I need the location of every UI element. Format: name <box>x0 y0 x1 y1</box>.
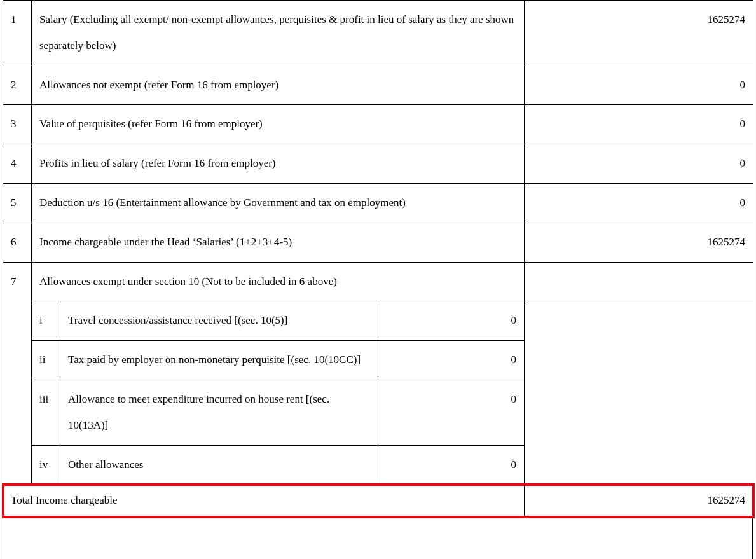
subrow-description: Tax paid by employer on non-monetary per… <box>60 341 378 380</box>
subrow-number: iii <box>32 380 60 445</box>
row-value: 0 <box>525 183 753 223</box>
row-description: Value of perquisites (refer Form 16 from… <box>32 105 525 144</box>
table-row: 1 Salary (Excluding all exempt/ non-exem… <box>3 1 753 66</box>
table-row: 6 Income chargeable under the Head ‘Sala… <box>3 223 753 262</box>
table-row: 2 Allowances not exempt (refer Form 16 f… <box>3 66 753 105</box>
subrow-value: 0 <box>378 445 525 485</box>
row-description: Allowances exempt under section 10 (Not … <box>32 262 525 301</box>
row-number: 3 <box>3 105 32 144</box>
total-label: Total Income chargeable <box>3 485 525 518</box>
blank-area <box>3 518 753 559</box>
row-number: 4 <box>3 144 32 184</box>
subrow-number: i <box>32 301 60 341</box>
row-description: Allowances not exempt (refer Form 16 fro… <box>32 66 525 105</box>
row-value: 0 <box>525 66 753 105</box>
row-value-empty <box>525 301 753 485</box>
salary-table: 1 Salary (Excluding all exempt/ non-exem… <box>3 0 753 518</box>
row-number: 2 <box>3 66 32 105</box>
total-row: Total Income chargeable 1625274 <box>3 485 753 518</box>
row-value: 1625274 <box>525 223 753 262</box>
table-row: 3 Value of perquisites (refer Form 16 fr… <box>3 105 753 144</box>
subrow-number: ii <box>32 341 60 380</box>
row-description: Profits in lieu of salary (refer Form 16… <box>32 144 525 184</box>
subrow-value: 0 <box>378 380 525 445</box>
row-number: 1 <box>3 1 32 66</box>
table-row: 4 Profits in lieu of salary (refer Form … <box>3 144 753 184</box>
row-description: Salary (Excluding all exempt/ non-exempt… <box>32 1 525 66</box>
subrow-description: Other allowances <box>60 445 378 485</box>
table-row: 7 Allowances exempt under section 10 (No… <box>3 262 753 301</box>
row-value-empty <box>525 262 753 301</box>
subrow-number: iv <box>32 445 60 485</box>
row-number: 5 <box>3 183 32 223</box>
subrow-value: 0 <box>378 341 525 380</box>
subrow-value: 0 <box>378 301 525 341</box>
row-value: 0 <box>525 105 753 144</box>
row-value: 0 <box>525 144 753 184</box>
total-value: 1625274 <box>525 485 753 518</box>
table-row: 5 Deduction u/s 16 (Entertainment allowa… <box>3 183 753 223</box>
row-number: 7 <box>3 262 32 485</box>
table-subrow: i Travel concession/assistance received … <box>3 301 753 341</box>
row-description: Deduction u/s 16 (Entertainment allowanc… <box>32 183 525 223</box>
row-description: Income chargeable under the Head ‘Salari… <box>32 223 525 262</box>
subrow-description: Allowance to meet expenditure incurred o… <box>60 380 378 445</box>
row-value: 1625274 <box>525 1 753 66</box>
subrow-description: Travel concession/assistance received [(… <box>60 301 378 341</box>
row-number: 6 <box>3 223 32 262</box>
